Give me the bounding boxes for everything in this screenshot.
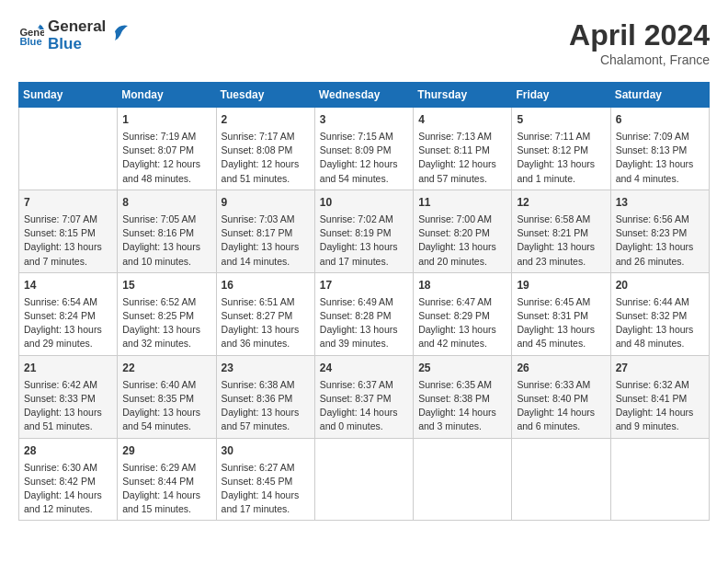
- day-info: Sunrise: 7:13 AMSunset: 8:11 PMDaylight:…: [418, 130, 506, 186]
- page-header: General Blue General Blue April 2024 Cha…: [18, 18, 710, 67]
- day-cell: [314, 438, 413, 521]
- day-number: 15: [122, 277, 210, 293]
- day-info: Sunrise: 7:15 AMSunset: 8:09 PMDaylight:…: [320, 130, 408, 186]
- day-cell: 8Sunrise: 7:05 AMSunset: 8:16 PMDaylight…: [118, 190, 216, 272]
- day-info: Sunrise: 6:42 AMSunset: 8:33 PMDaylight:…: [24, 378, 112, 434]
- day-cell: 21Sunrise: 6:42 AMSunset: 8:33 PMDayligh…: [19, 355, 118, 438]
- logo: General Blue General Blue: [18, 18, 128, 52]
- day-number: 27: [616, 360, 704, 376]
- location-label: Chalamont, France: [569, 52, 710, 67]
- day-cell: 12Sunrise: 6:58 AMSunset: 8:21 PMDayligh…: [512, 190, 610, 272]
- day-info: Sunrise: 7:07 AMSunset: 8:15 PMDaylight:…: [24, 213, 112, 269]
- day-cell: 11Sunrise: 7:00 AMSunset: 8:20 PMDayligh…: [414, 190, 512, 272]
- day-info: Sunrise: 6:51 AMSunset: 8:27 PMDaylight:…: [222, 295, 310, 351]
- day-cell: 9Sunrise: 7:03 AMSunset: 8:17 PMDaylight…: [216, 190, 314, 272]
- day-cell: 4Sunrise: 7:13 AMSunset: 8:11 PMDaylight…: [414, 108, 512, 190]
- day-cell: 27Sunrise: 6:32 AMSunset: 8:41 PMDayligh…: [610, 355, 709, 438]
- day-cell: 19Sunrise: 6:45 AMSunset: 8:31 PMDayligh…: [512, 272, 610, 355]
- day-info: Sunrise: 6:52 AMSunset: 8:25 PMDaylight:…: [122, 295, 210, 351]
- day-number: 3: [320, 111, 408, 128]
- day-number: 29: [122, 442, 210, 459]
- day-cell: [610, 438, 709, 521]
- day-number: 1: [122, 111, 210, 128]
- day-cell: 25Sunrise: 6:35 AMSunset: 8:38 PMDayligh…: [414, 355, 512, 438]
- day-number: 7: [24, 194, 112, 211]
- week-row-5: 28Sunrise: 6:30 AMSunset: 8:42 PMDayligh…: [19, 438, 710, 521]
- day-info: Sunrise: 6:33 AMSunset: 8:40 PMDaylight:…: [517, 378, 605, 434]
- day-number: 24: [320, 360, 408, 376]
- day-number: 18: [418, 277, 506, 293]
- col-header-saturday: Saturday: [610, 83, 709, 108]
- day-number: 28: [24, 442, 112, 459]
- day-cell: 1Sunrise: 7:19 AMSunset: 8:07 PMDaylight…: [118, 108, 216, 190]
- calendar-body: 1Sunrise: 7:19 AMSunset: 8:07 PMDaylight…: [19, 108, 710, 521]
- day-number: 6: [616, 111, 704, 128]
- day-info: Sunrise: 6:29 AMSunset: 8:44 PMDaylight:…: [122, 461, 210, 517]
- day-cell: 17Sunrise: 6:49 AMSunset: 8:28 PMDayligh…: [314, 272, 413, 355]
- col-header-wednesday: Wednesday: [314, 83, 413, 108]
- day-cell: 14Sunrise: 6:54 AMSunset: 8:24 PMDayligh…: [19, 272, 118, 355]
- day-cell: 6Sunrise: 7:09 AMSunset: 8:13 PMDaylight…: [610, 108, 709, 190]
- day-cell: 3Sunrise: 7:15 AMSunset: 8:09 PMDaylight…: [314, 108, 413, 190]
- day-cell: 16Sunrise: 6:51 AMSunset: 8:27 PMDayligh…: [216, 272, 314, 355]
- day-info: Sunrise: 6:35 AMSunset: 8:38 PMDaylight:…: [418, 378, 506, 434]
- day-number: 12: [517, 194, 605, 211]
- day-cell: 23Sunrise: 6:38 AMSunset: 8:36 PMDayligh…: [216, 355, 314, 438]
- day-cell: 20Sunrise: 6:44 AMSunset: 8:32 PMDayligh…: [610, 272, 709, 355]
- day-cell: 24Sunrise: 6:37 AMSunset: 8:37 PMDayligh…: [314, 355, 413, 438]
- day-number: 20: [616, 277, 704, 293]
- day-info: Sunrise: 7:19 AMSunset: 8:07 PMDaylight:…: [122, 130, 210, 186]
- col-header-tuesday: Tuesday: [216, 83, 314, 108]
- col-header-friday: Friday: [512, 83, 610, 108]
- day-number: 11: [418, 194, 506, 211]
- day-number: 2: [222, 111, 310, 128]
- day-number: 22: [122, 360, 210, 376]
- calendar-header: SundayMondayTuesdayWednesdayThursdayFrid…: [19, 83, 710, 108]
- day-info: Sunrise: 6:27 AMSunset: 8:45 PMDaylight:…: [222, 461, 310, 517]
- day-info: Sunrise: 6:45 AMSunset: 8:31 PMDaylight:…: [517, 295, 605, 351]
- day-info: Sunrise: 6:58 AMSunset: 8:21 PMDaylight:…: [517, 213, 605, 269]
- logo-icon: General Blue: [18, 23, 44, 49]
- day-number: 16: [222, 277, 310, 293]
- day-info: Sunrise: 6:49 AMSunset: 8:28 PMDaylight:…: [320, 295, 408, 351]
- day-number: 19: [517, 277, 605, 293]
- week-row-3: 14Sunrise: 6:54 AMSunset: 8:24 PMDayligh…: [19, 272, 710, 355]
- day-number: 14: [24, 277, 112, 293]
- day-info: Sunrise: 6:37 AMSunset: 8:37 PMDaylight:…: [320, 378, 408, 434]
- day-info: Sunrise: 7:11 AMSunset: 8:12 PMDaylight:…: [517, 130, 605, 186]
- week-row-1: 1Sunrise: 7:19 AMSunset: 8:07 PMDaylight…: [19, 108, 710, 190]
- day-number: 26: [517, 360, 605, 376]
- day-cell: 2Sunrise: 7:17 AMSunset: 8:08 PMDaylight…: [216, 108, 314, 190]
- day-cell: 18Sunrise: 6:47 AMSunset: 8:29 PMDayligh…: [414, 272, 512, 355]
- day-info: Sunrise: 6:38 AMSunset: 8:36 PMDaylight:…: [222, 378, 310, 434]
- week-row-2: 7Sunrise: 7:07 AMSunset: 8:15 PMDaylight…: [19, 190, 710, 272]
- day-cell: 7Sunrise: 7:07 AMSunset: 8:15 PMDaylight…: [19, 190, 118, 272]
- day-cell: [19, 108, 118, 190]
- logo-text-line1: General: [48, 18, 106, 36]
- day-cell: 26Sunrise: 6:33 AMSunset: 8:40 PMDayligh…: [512, 355, 610, 438]
- day-cell: 5Sunrise: 7:11 AMSunset: 8:12 PMDaylight…: [512, 108, 610, 190]
- day-info: Sunrise: 6:40 AMSunset: 8:35 PMDaylight:…: [122, 378, 210, 434]
- day-number: 4: [418, 111, 506, 128]
- day-number: 13: [616, 194, 704, 211]
- month-title: April 2024: [569, 18, 710, 52]
- title-block: April 2024 Chalamont, France: [569, 18, 710, 67]
- day-number: 25: [418, 360, 506, 376]
- day-number: 23: [222, 360, 310, 376]
- day-cell: 29Sunrise: 6:29 AMSunset: 8:44 PMDayligh…: [118, 438, 216, 521]
- day-info: Sunrise: 7:03 AMSunset: 8:17 PMDaylight:…: [222, 213, 310, 269]
- day-cell: 28Sunrise: 6:30 AMSunset: 8:42 PMDayligh…: [19, 438, 118, 521]
- day-cell: 22Sunrise: 6:40 AMSunset: 8:35 PMDayligh…: [118, 355, 216, 438]
- day-info: Sunrise: 6:56 AMSunset: 8:23 PMDaylight:…: [616, 213, 704, 269]
- day-info: Sunrise: 7:17 AMSunset: 8:08 PMDaylight:…: [222, 130, 310, 186]
- day-info: Sunrise: 6:47 AMSunset: 8:29 PMDaylight:…: [418, 295, 506, 351]
- col-header-thursday: Thursday: [414, 83, 512, 108]
- calendar-table: SundayMondayTuesdayWednesdayThursdayFrid…: [18, 82, 710, 521]
- logo-text-line2: Blue: [48, 36, 106, 53]
- header-row: SundayMondayTuesdayWednesdayThursdayFrid…: [19, 83, 710, 108]
- day-info: Sunrise: 6:54 AMSunset: 8:24 PMDaylight:…: [24, 295, 112, 351]
- col-header-monday: Monday: [118, 83, 216, 108]
- day-number: 17: [320, 277, 408, 293]
- week-row-4: 21Sunrise: 6:42 AMSunset: 8:33 PMDayligh…: [19, 355, 710, 438]
- day-info: Sunrise: 7:09 AMSunset: 8:13 PMDaylight:…: [616, 130, 704, 186]
